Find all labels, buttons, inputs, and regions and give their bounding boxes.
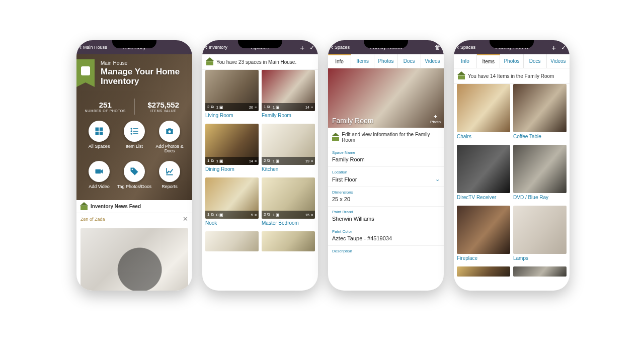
field-paint-color[interactable]: Paint Color Aztec Taupe - #4519034 [328,226,444,246]
items-grid: ChairsCoffee TableDirecTV ReceiverDVD / … [454,84,570,277]
add-photos-docs-button[interactable]: Add Photos & Docs [152,121,187,154]
back-button[interactable]: ‹ Spaces [331,44,350,50]
reports-button[interactable]: Reports [152,161,187,189]
svg-rect-11 [96,169,101,173]
field-paint-brand[interactable]: Paint Brand Sherwin Williams [328,207,444,226]
hero-subtitle: Main House [101,60,187,66]
space-thumbnail: 2 ⧉1 ▣19≡ [262,124,315,165]
confirm-button[interactable]: ✓ [309,44,315,51]
all-spaces-button[interactable]: All Spaces [82,121,117,154]
space-name: Dining Room [205,166,259,172]
tab-videos[interactable]: Videos [547,54,570,68]
item-thumbnail [457,206,510,254]
add-button[interactable]: + [551,43,556,52]
confirm-button[interactable]: ✓ [561,44,567,51]
field-location[interactable]: Location First Floor [328,167,444,187]
hero-banner: Main House Manage Your Home Inventory 25… [76,54,192,200]
item-thumbnail [457,145,510,193]
delete-button[interactable]: 🗑 [435,44,441,51]
space-card[interactable]: 2 ⧉1 ▣19≡Kitchen [262,124,315,174]
tab-docs[interactable]: Docs [398,54,421,68]
svg-point-8 [131,133,132,134]
close-icon[interactable]: ✕ [183,215,188,223]
field-description[interactable]: Description [328,246,444,257]
tab-photos[interactable]: Photos [500,54,523,68]
item-card[interactable]: Lamps [513,206,567,263]
item-name: Lamps [513,255,567,261]
device-notch [238,40,282,48]
hero-heading: Manage Your Home Inventory [101,67,187,86]
tab-items[interactable]: Items [477,54,500,68]
space-card[interactable]: 2 ⧉1 ▣15≡Master Bedroom [262,177,315,228]
space-card[interactable] [205,231,259,251]
space-thumbnail [205,231,259,251]
add-button[interactable]: + [300,43,304,52]
back-button[interactable]: ‹ Main House [79,44,107,50]
house-icon [332,134,339,141]
svg-rect-0 [96,128,99,131]
add-video-button[interactable]: Add Video [82,161,117,189]
space-thumbnail: 1 ⧉1 ▣14≡ [262,70,315,111]
news-feed-item-title: Zen of Zada [80,217,105,222]
tab-bar: InfoItemsPhotosDocsVideos [454,54,570,68]
spaces-grid: 2 ⧉1 ▣26≡Living Room1 ⧉1 ▣14≡Family Room… [202,70,318,251]
news-feed-title: Inventory News Feed [91,204,141,209]
item-card[interactable]: Chairs [457,84,510,142]
thumbnail-stats: 1 ⧉1 ▣14≡ [205,157,259,165]
stats-row: 251 NUMBER OF PHOTOS $275,552 ITEMS VALU… [76,99,192,115]
grid-icon [94,126,104,136]
stat-photos-value: 251 [76,101,134,109]
tab-photos[interactable]: Photos [374,54,397,68]
item-card[interactable]: DirecTV Receiver [457,145,510,203]
field-dimensions[interactable]: Dimensions 25 x 20 [328,187,444,207]
item-card[interactable]: DVD / Blue Ray [513,145,567,203]
back-button[interactable]: ‹ Inventory [205,44,227,50]
info-message-text: Edit and view information for the Family… [342,132,440,143]
summary-text: You have 14 Items in the Family Room [468,73,554,79]
device-notch [112,40,156,48]
space-name: Kitchen [262,166,315,172]
thumbnail-stats: 1 ⧉1 ▣14≡ [262,103,315,111]
tab-docs[interactable]: Docs [524,54,547,68]
tab-items[interactable]: Items [351,54,374,68]
thumbnail-stats: 2 ⧉1 ▣19≡ [262,157,315,165]
item-thumbnail [457,266,510,277]
add-photo-button[interactable]: + Photo [430,113,441,125]
space-thumbnail [262,231,315,251]
item-thumbnail [513,84,567,132]
space-card[interactable]: 2 ⧉1 ▣26≡Living Room [205,70,259,121]
svg-rect-2 [96,132,99,135]
chevron-left-icon: ‹ [79,44,82,50]
svg-point-10 [169,130,171,133]
add-photo-label: Photo [430,120,441,125]
screen-inventory-dashboard: ‹ Main House Inventory Main House Manage… [76,40,192,291]
tab-info[interactable]: Info [454,54,477,68]
item-list-button[interactable]: Item List [117,121,152,154]
tag-photos-docs-button[interactable]: Tag Photos/Docs [117,161,152,189]
news-feed-header: Inventory News Feed [76,200,192,213]
space-card[interactable] [262,231,315,251]
space-name: Master Bedroom [262,220,315,226]
news-feed-item-header[interactable]: Zen of Zada ✕ [76,213,192,225]
item-card[interactable] [513,266,567,277]
news-feed-image[interactable] [80,228,188,291]
tab-info[interactable]: Info [328,54,351,68]
svg-point-6 [131,130,132,132]
back-button[interactable]: ‹ Spaces [457,44,475,50]
space-card[interactable]: 1 ⧉1 ▣14≡Family Room [262,70,315,121]
space-name: Family Room [262,113,315,118]
item-card[interactable] [457,266,510,277]
field-space-name[interactable]: Space Name Family Room [328,147,444,167]
info-message: Edit and view information for the Family… [328,128,444,147]
item-card[interactable]: Fireplace [457,206,510,263]
space-card[interactable]: 1 ⧉0 ▣5≡Nook [205,177,259,228]
back-label: Spaces [335,45,350,50]
item-card[interactable]: Coffee Table [513,84,567,142]
summary-message: You have 14 Items in the Family Room [454,68,570,84]
item-name: Coffee Table [513,134,567,139]
tab-videos[interactable]: Videos [421,54,444,68]
space-card[interactable]: 1 ⧉1 ▣14≡Dining Room [205,124,259,174]
house-icon [80,203,88,210]
back-label: Inventory [209,45,227,50]
space-name: Living Room [205,113,259,118]
